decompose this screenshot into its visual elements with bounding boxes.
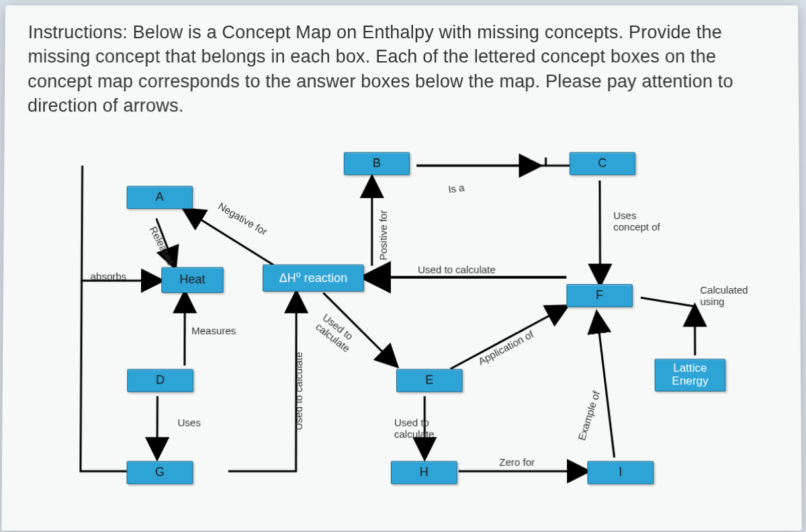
edge-used-to-calculate-v: Used to calculate — [293, 352, 304, 431]
l2: calculate — [394, 428, 435, 439]
concept-box-dh-reaction[interactable]: ΔHo reaction — [263, 264, 364, 291]
concept-box-b[interactable]: B — [344, 152, 410, 175]
edge-uses: Uses — [177, 416, 201, 428]
delta-h: ΔH — [279, 271, 296, 285]
concept-map: A B C Heat ΔHo reaction F D E Lattice En… — [25, 132, 770, 492]
concept-box-f[interactable]: F — [566, 284, 633, 307]
edge-absorbs: absorbs — [91, 270, 127, 281]
label: ΔHo reaction — [263, 270, 363, 285]
edge-example-of: Example of — [576, 390, 602, 442]
worksheet-page: Instructions: Below is a Concept Map on … — [1, 5, 802, 531]
edge-positive-for: Positive for — [377, 210, 389, 261]
edge-uses-concept-of: Uses concept of — [613, 210, 660, 233]
edge-zero-for: Zero for — [499, 456, 535, 468]
edge-negative-for: Negative for — [216, 200, 269, 238]
reaction-word: reaction — [301, 271, 347, 285]
concept-box-lattice-energy[interactable]: Lattice Energy — [654, 359, 725, 392]
edge-releases: Releases — [148, 224, 177, 267]
label: B — [345, 157, 409, 171]
concept-box-heat[interactable]: Heat — [161, 267, 224, 292]
edge-is-a: Is a — [447, 181, 465, 195]
svg-line-1 — [184, 210, 275, 266]
instructions-text: Instructions: Below is a Concept Map on … — [28, 20, 776, 118]
edge-calculated-using: Calculated using — [700, 284, 761, 307]
edge-application-of: Application of — [476, 328, 535, 367]
concept-box-e[interactable]: E — [396, 369, 463, 392]
label: Lattice Energy — [655, 362, 725, 388]
l1: Used to — [321, 311, 355, 342]
label: F — [567, 288, 632, 302]
concept-box-g[interactable]: G — [126, 461, 193, 484]
svg-line-5 — [600, 180, 600, 283]
label: I — [588, 466, 653, 480]
label: G — [127, 466, 192, 480]
label: A — [127, 190, 191, 204]
l1: Used to — [394, 416, 429, 428]
edge-measures: Measures — [191, 324, 236, 336]
svg-line-11 — [323, 293, 396, 365]
concept-box-i[interactable]: I — [587, 461, 654, 484]
concept-box-c[interactable]: C — [570, 152, 635, 175]
svg-line-9 — [597, 313, 615, 457]
svg-line-8 — [641, 298, 695, 306]
edge-used-to-calculate-eh: Used to calculate — [394, 416, 442, 440]
label: Heat — [162, 273, 223, 287]
degree-sup: o — [296, 270, 301, 279]
label: D — [128, 373, 193, 388]
label: C — [570, 157, 635, 171]
svg-line-10 — [450, 306, 566, 369]
l2: calculate — [314, 320, 352, 354]
concept-box-h[interactable]: H — [391, 461, 457, 484]
label: E — [397, 373, 462, 388]
svg-line-0 — [156, 218, 175, 267]
concept-box-a[interactable]: A — [126, 185, 193, 208]
text: Uses concept of — [613, 210, 660, 233]
label: H — [392, 466, 457, 480]
concept-box-d[interactable]: D — [127, 369, 193, 392]
edge-used-to-calc-diag: Used to calculate — [314, 311, 359, 354]
edge-used-to-calculate-main: Used to calculate — [418, 263, 496, 275]
